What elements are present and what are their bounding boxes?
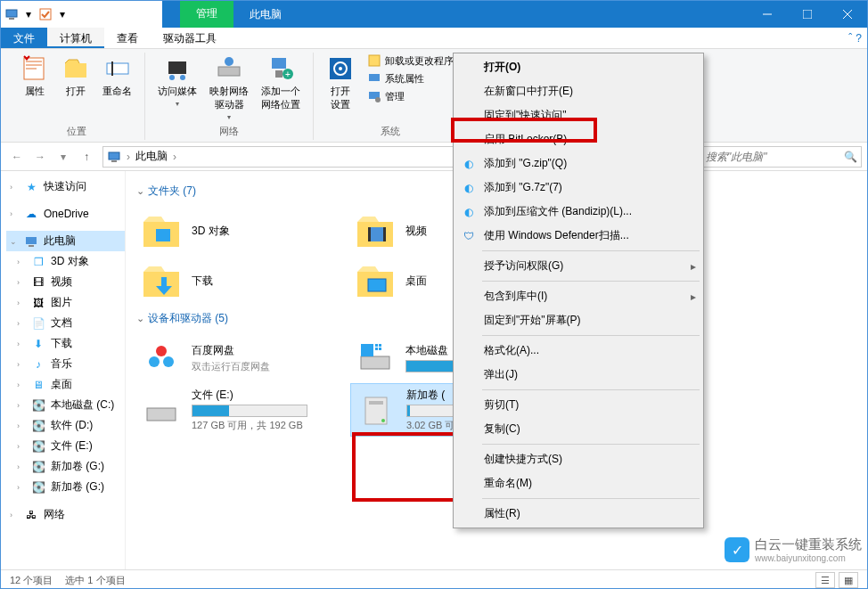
window-controls	[747, 1, 867, 28]
sidebar-onedrive[interactable]: ›☁OneDrive	[6, 204, 125, 224]
sidebar-drive-e[interactable]: ›💽文件 (E:)	[6, 436, 125, 456]
dropdown-icon[interactable]: ▾	[21, 7, 36, 21]
svg-text:+: +	[285, 70, 291, 79]
svg-rect-37	[368, 279, 386, 291]
svg-rect-28	[26, 237, 37, 244]
computer-tab[interactable]: 计算机	[47, 28, 104, 48]
open-settings-button[interactable]: 打开 设置	[323, 53, 358, 113]
checkbox-icon[interactable]	[38, 7, 53, 21]
svg-rect-47	[147, 408, 176, 421]
up-button[interactable]: ↑	[76, 146, 97, 168]
ribbon-collapse-icon[interactable]: ˆ	[848, 32, 852, 45]
map-drive-button[interactable]: 映射网络 驱动器▾	[206, 53, 252, 123]
maximize-button[interactable]	[787, 1, 827, 28]
svg-point-25	[375, 97, 381, 102]
svg-rect-32	[368, 227, 371, 241]
uninstall-button[interactable]: 卸载或更改程序	[364, 53, 457, 69]
properties-button[interactable]: 属性	[17, 53, 53, 100]
svg-rect-10	[168, 61, 186, 74]
pc-icon	[107, 150, 121, 164]
open-button[interactable]: 打开	[58, 53, 94, 100]
minimize-button[interactable]	[747, 1, 787, 28]
ctx-pin-quick[interactable]: 固定到"快速访问"	[455, 103, 701, 127]
watermark: ✓ 白云一键重装系统 www.baiyunxitong.com	[725, 536, 862, 563]
sidebar-drive-d[interactable]: ›💽软件 (D:)	[6, 415, 125, 436]
svg-point-21	[339, 67, 342, 70]
sidebar-downloads[interactable]: ›⬇下载	[6, 333, 125, 354]
rename-button[interactable]: 重命名	[99, 53, 135, 100]
svg-rect-13	[218, 67, 240, 76]
ctx-add-archive[interactable]: ◐添加到压缩文件 (Bandizip)(L)...	[455, 200, 701, 224]
sidebar-desktop[interactable]: ›🖥桌面	[6, 374, 125, 395]
ctx-include-library[interactable]: 包含到库中(I)▸	[455, 284, 701, 308]
drive-baidu[interactable]: 百度网盘双击运行百度网盘	[136, 333, 350, 383]
forward-button[interactable]: →	[29, 146, 51, 168]
manage-tab[interactable]: 管理	[180, 1, 233, 28]
bandizip-icon: ◐	[461, 180, 477, 196]
sidebar-quick-access[interactable]: ›★快速访问	[6, 176, 125, 197]
svg-rect-49	[369, 401, 383, 405]
drive-tools-tab[interactable]: 驱动器工具	[151, 28, 229, 48]
details-view-button[interactable]: ☰	[815, 572, 835, 588]
sidebar-music[interactable]: ›♪音乐	[6, 354, 125, 374]
ctx-pin-start[interactable]: 固定到"开始"屏幕(P)	[455, 308, 701, 332]
drive-e[interactable]: 文件 (E:)127 GB 可用，共 192 GB	[136, 383, 350, 437]
sidebar-network[interactable]: ›🖧网络	[6, 504, 125, 525]
close-button[interactable]	[827, 1, 867, 28]
view-tab[interactable]: 查看	[104, 28, 151, 48]
navigation-bar: ← → ▾ ↑ › 此电脑 › 🔍	[1, 143, 867, 171]
history-dropdown[interactable]: ▾	[53, 146, 74, 168]
context-menu: 打开(O) 在新窗口中打开(E) 固定到"快速访问" 启用 BitLocker(…	[453, 53, 704, 528]
svg-rect-44	[379, 344, 381, 347]
add-location-button[interactable]: +添加一个 网络位置	[258, 53, 304, 113]
ctx-defender[interactable]: 🛡使用 Windows Defender扫描...	[455, 224, 701, 248]
folder-3d-objects[interactable]: 3D 对象	[136, 206, 350, 256]
sidebar-drive-g2[interactable]: ›💽新加卷 (G:)	[6, 477, 125, 497]
sidebar-3d-objects[interactable]: ›❒3D 对象	[6, 251, 125, 272]
bandizip-icon: ◐	[461, 204, 477, 220]
back-button[interactable]: ←	[6, 146, 28, 168]
sidebar-pictures[interactable]: ›🖼图片	[6, 292, 125, 313]
sidebar-this-pc[interactable]: ⌄此电脑	[6, 231, 125, 251]
ctx-new-window[interactable]: 在新窗口中打开(E)	[455, 79, 701, 103]
breadcrumb-this-pc[interactable]: 此电脑	[135, 149, 168, 164]
ctx-copy[interactable]: 复制(C)	[455, 417, 701, 441]
ctx-cut[interactable]: 剪切(T)	[455, 393, 701, 417]
system-properties-button[interactable]: 系统属性	[364, 70, 457, 86]
ctx-rename[interactable]: 重命名(M)	[455, 471, 701, 495]
manage-button[interactable]: 管理	[364, 88, 457, 104]
sidebar-drive-c[interactable]: ›💽本地磁盘 (C:)	[6, 395, 125, 415]
pc-icon	[4, 7, 19, 21]
svg-rect-33	[383, 227, 386, 241]
ctx-properties[interactable]: 属性(R)	[455, 502, 701, 526]
search-box[interactable]: 🔍	[701, 146, 862, 168]
access-media-button[interactable]: 访问媒体▾	[154, 53, 201, 110]
svg-rect-29	[29, 245, 34, 247]
help-icon[interactable]: ?	[856, 32, 862, 45]
file-tab[interactable]: 文件	[1, 28, 47, 48]
sidebar-documents[interactable]: ›📄文档	[6, 313, 125, 333]
svg-rect-43	[375, 344, 378, 347]
ctx-open[interactable]: 打开(O)	[455, 55, 701, 79]
ctx-grant-access[interactable]: 授予访问权限(G)▸	[455, 254, 701, 278]
svg-rect-0	[6, 10, 17, 17]
item-count: 12 个项目	[10, 574, 53, 587]
search-icon[interactable]: 🔍	[844, 151, 857, 163]
navigation-pane[interactable]: ›★快速访问 ›☁OneDrive ⌄此电脑 ›❒3D 对象 ›🎞视频 ›🖼图片…	[1, 171, 126, 569]
sidebar-videos[interactable]: ›🎞视频	[6, 272, 125, 292]
svg-point-39	[149, 356, 160, 367]
ctx-format[interactable]: 格式化(A)...	[455, 339, 701, 363]
ctx-add-g7z[interactable]: ◐添加到 "G.7z"(7)	[455, 176, 701, 200]
folder-downloads[interactable]: 下载	[136, 256, 350, 306]
search-input[interactable]	[706, 151, 844, 163]
ctx-add-gzip[interactable]: ◐添加到 "G.zip"(Q)	[455, 151, 701, 176]
sidebar-drive-g1[interactable]: ›💽新加卷 (G:)	[6, 456, 125, 477]
ribbon-group-system: 打开 设置 卸载或更改程序 系统属性 管理 系统	[314, 53, 466, 140]
overflow-icon[interactable]: ▾	[55, 7, 70, 21]
ctx-eject[interactable]: 弹出(J)	[455, 363, 701, 387]
tiles-view-button[interactable]: ▦	[839, 572, 858, 588]
selected-count: 选中 1 个项目	[65, 574, 125, 587]
ctx-bitlocker[interactable]: 启用 BitLocker(B)	[455, 127, 701, 151]
ctx-shortcut[interactable]: 创建快捷方式(S)	[455, 447, 701, 471]
title-bar: ▾ ▾ 管理 此电脑	[1, 1, 867, 28]
